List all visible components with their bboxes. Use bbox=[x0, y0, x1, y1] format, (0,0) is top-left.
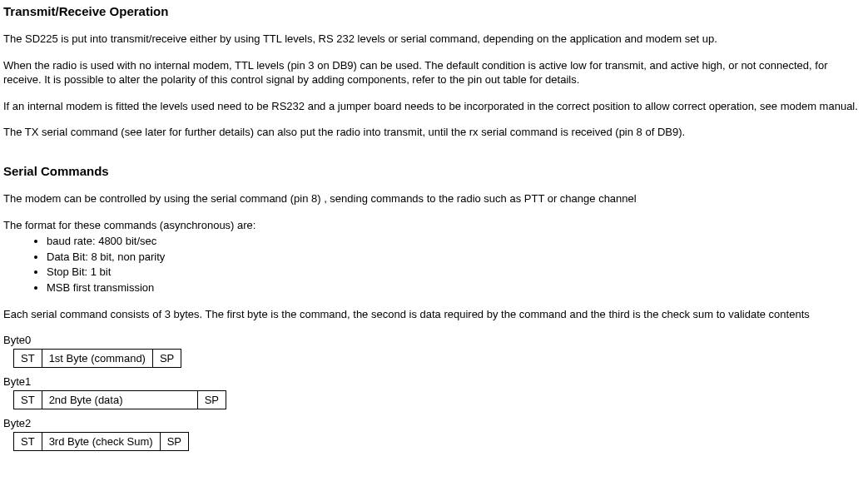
format-list: baud rate: 4800 bit/sec Data Bit: 8 bit,… bbox=[3, 234, 863, 295]
byte-cell-sp: SP bbox=[197, 390, 226, 409]
byte-cell-sp: SP bbox=[160, 432, 188, 451]
byte2-block: Byte2 ST 3rd Byte (check Sum) SP bbox=[3, 416, 863, 451]
byte1-table: ST 2nd Byte (data) SP bbox=[13, 390, 226, 410]
byte2-table: ST 3rd Byte (check Sum) SP bbox=[13, 432, 189, 452]
heading-transmit-receive: Transmit/Receive Operation bbox=[3, 3, 863, 20]
paragraph: If an internal modem is fitted the level… bbox=[3, 99, 863, 114]
byte-cell-st: ST bbox=[14, 390, 42, 409]
document-page: Transmit/Receive Operation The SD225 is … bbox=[0, 0, 868, 496]
byte-cell-sp: SP bbox=[152, 349, 181, 368]
format-lead: The format for these commands (asynchron… bbox=[3, 218, 863, 233]
paragraph: The modem can be controlled by using the… bbox=[3, 191, 863, 206]
byte-cell-st: ST bbox=[14, 349, 42, 368]
list-item: baud rate: 4800 bit/sec bbox=[47, 234, 863, 249]
byte-cell-desc: 1st Byte (command) bbox=[42, 349, 152, 368]
byte-label: Byte0 bbox=[3, 333, 863, 348]
list-item: MSB first transmission bbox=[47, 280, 863, 295]
paragraph: The TX serial command (see later for fur… bbox=[3, 125, 863, 140]
byte0-block: Byte0 ST 1st Byte (command) SP bbox=[3, 333, 863, 368]
byte-label: Byte2 bbox=[3, 416, 863, 431]
paragraph: Each serial command consists of 3 bytes.… bbox=[3, 307, 863, 322]
heading-serial-commands: Serial Commands bbox=[3, 163, 863, 180]
list-item: Stop Bit: 1 bit bbox=[47, 265, 863, 280]
byte-cell-desc: 2nd Byte (data) bbox=[42, 390, 197, 409]
list-item: Data Bit: 8 bit, non parity bbox=[47, 250, 863, 265]
byte-label: Byte1 bbox=[3, 374, 863, 389]
paragraph: When the radio is used with no internal … bbox=[3, 58, 863, 87]
byte-cell-desc: 3rd Byte (check Sum) bbox=[42, 432, 160, 451]
byte1-block: Byte1 ST 2nd Byte (data) SP bbox=[3, 374, 863, 409]
paragraph: The SD225 is put into transmit/receive e… bbox=[3, 32, 863, 47]
byte0-table: ST 1st Byte (command) SP bbox=[13, 349, 181, 369]
byte-cell-st: ST bbox=[14, 432, 42, 451]
